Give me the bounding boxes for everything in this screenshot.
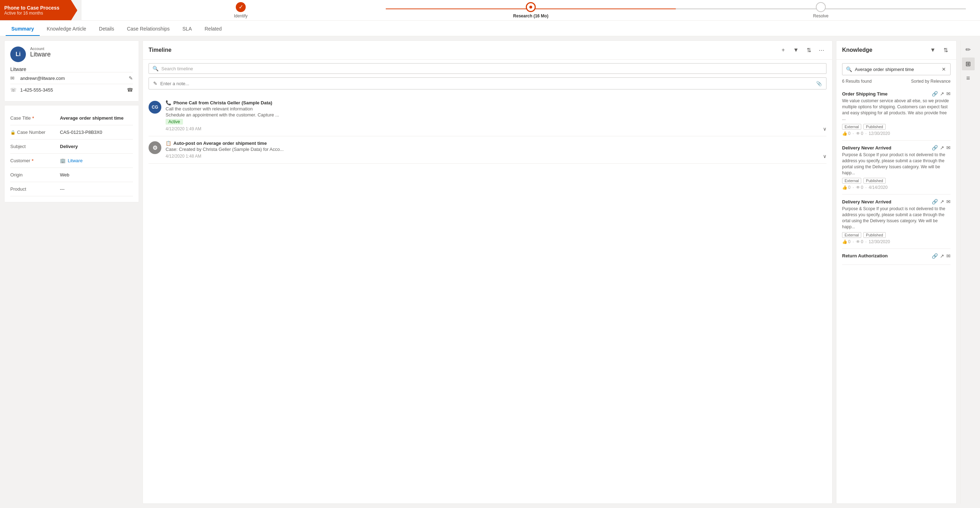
customer-link[interactable]: Litware — [68, 158, 83, 163]
status-badge: Active — [165, 119, 183, 125]
tab-case-relationships[interactable]: Case Relationships — [121, 22, 175, 36]
knowledge-tag: External — [842, 124, 861, 129]
knowledge-email-icon[interactable]: ✉ — [946, 253, 951, 259]
views-count: 👁 0 — [856, 131, 863, 136]
right-sidebar: ✏⊞≡ — [960, 40, 976, 504]
email-row: ✉ andrewr@litware.com ✎ — [10, 72, 133, 84]
knowledge-header: Knowledge ▼ ⇅ — [837, 41, 956, 60]
lock-icon: 🔒 — [10, 130, 16, 135]
knowledge-email-icon[interactable]: ✉ — [946, 199, 951, 204]
timeline-search-input[interactable] — [161, 66, 822, 71]
middle-panel: Timeline + ▼ ⇅ ⋯ 🔍 ✎ 📎 CG📞 Phone Call fr… — [143, 40, 832, 504]
knowledge-search-input[interactable] — [855, 67, 938, 72]
attach-icon[interactable]: 📎 — [816, 81, 822, 86]
knowledge-sort-button[interactable]: ⇅ — [941, 45, 951, 55]
knowledge-item-actions: 🔗 ↗ ✉ — [932, 145, 951, 150]
knowledge-item-desc: Purpose & Scope If your product is not d… — [842, 206, 951, 230]
timeline-item-date: 4/12/2020 1:48 AM∨ — [165, 153, 826, 159]
tab-details[interactable]: Details — [93, 22, 120, 36]
knowledge-tag: Published — [863, 232, 885, 238]
timeline-avatar: ⚙ — [149, 141, 161, 154]
knowledge-tag: Published — [863, 124, 885, 129]
field-label: 🔒Case Number — [10, 129, 60, 135]
knowledge-search-container: 🔍 ✕ — [842, 63, 951, 75]
timeline-item-expand[interactable]: ∨ — [823, 126, 826, 132]
eye-icon: 👁 — [856, 185, 860, 190]
knowledge-email-icon[interactable]: ✉ — [946, 145, 951, 150]
note-input[interactable] — [160, 81, 813, 86]
timeline-sort-button[interactable]: ⇅ — [804, 45, 814, 55]
field-label: Customer * — [10, 158, 60, 164]
sidebar-edit-icon[interactable]: ✏ — [962, 43, 975, 56]
step-label-research: Research (16 Mo) — [513, 13, 548, 18]
timeline-item-content: 📞 Phone Call from Christa Geller (Sample… — [165, 100, 826, 132]
knowledge-item-title[interactable]: Delivery Never Arrived — [842, 199, 891, 204]
thumbs-up-icon: 👍 — [842, 185, 847, 190]
left-panel: Li Account Litware Litware ✉ andrewr@lit… — [4, 40, 139, 504]
knowledge-item-header: Delivery Never Arrived 🔗 ↗ ✉ — [842, 145, 951, 150]
tab-summary[interactable]: Summary — [6, 22, 40, 36]
tab-sla[interactable]: SLA — [177, 22, 197, 36]
tab-knowledge-article[interactable]: Knowledge Article — [41, 22, 92, 36]
knowledge-share-icon[interactable]: ↗ — [940, 145, 944, 150]
knowledge-search-icon: 🔍 — [846, 66, 852, 72]
field-row: Case Title *Average order shipment time — [10, 111, 133, 125]
timeline-item-expand[interactable]: ∨ — [823, 153, 826, 159]
process-step-research[interactable]: Research (16 Mo) — [386, 2, 676, 18]
knowledge-item-desc: We value customer service above all else… — [842, 98, 951, 122]
knowledge-sorted-by: Sorted by Relevance — [911, 79, 951, 84]
knowledge-link-icon[interactable]: 🔗 — [932, 91, 938, 97]
knowledge-item-actions: 🔗 ↗ ✉ — [932, 199, 951, 204]
timeline-item-desc1: Call the customer with relevant informat… — [165, 106, 826, 112]
phone-row: ☏ 1-425-555-3455 ☎ — [10, 84, 133, 96]
field-value: Delivery — [60, 144, 133, 149]
thumbs-up-icon: 👍 — [842, 239, 847, 244]
knowledge-share-icon[interactable]: ↗ — [940, 199, 944, 204]
knowledge-item-footer: 👍 0 · 👁 0 · 4/14/2020 — [842, 185, 951, 190]
knowledge-link-icon[interactable]: 🔗 — [932, 253, 938, 259]
knowledge-share-icon[interactable]: ↗ — [940, 91, 944, 97]
account-secondary-name: Litware — [10, 66, 133, 72]
knowledge-search-clear-button[interactable]: ✕ — [941, 65, 947, 73]
knowledge-email-icon[interactable]: ✉ — [946, 91, 951, 97]
timeline-add-button[interactable]: + — [778, 45, 788, 55]
field-value: --- — [60, 186, 133, 192]
timeline-filter-button[interactable]: ▼ — [791, 45, 801, 55]
knowledge-filter-button[interactable]: ▼ — [928, 45, 938, 55]
field-value[interactable]: 🏢Litware — [60, 158, 133, 163]
knowledge-item-title[interactable]: Return Authorization — [842, 253, 888, 259]
process-step-resolve[interactable]: Resolve — [676, 2, 966, 18]
email-value: andrewr@litware.com — [20, 76, 126, 81]
process-header: Phone to Case Process Active for 16 mont… — [0, 0, 71, 20]
main-content: Li Account Litware Litware ✉ andrewr@lit… — [0, 36, 980, 508]
knowledge-item-header: Order Shipping Time 🔗 ↗ ✉ — [842, 91, 951, 97]
knowledge-item-title[interactable]: Delivery Never Arrived — [842, 145, 891, 150]
compose-icon[interactable]: ✎ — [129, 75, 133, 81]
sidebar-list-icon[interactable]: ≡ — [962, 72, 975, 85]
knowledge-item-title[interactable]: Order Shipping Time — [842, 91, 888, 97]
timeline-item: CG📞 Phone Call from Christa Geller (Samp… — [149, 96, 826, 136]
knowledge-item-tags: ExternalPublished — [842, 232, 951, 238]
tab-related[interactable]: Related — [199, 22, 227, 36]
call-icon[interactable]: ☎ — [127, 87, 133, 93]
process-title: Phone to Case Process — [4, 5, 67, 11]
field-value: Average order shipment time — [60, 115, 133, 121]
timeline-more-button[interactable]: ⋯ — [816, 45, 826, 55]
field-row: OriginWeb — [10, 168, 133, 182]
email-icon: ✉ — [10, 75, 18, 81]
sidebar-columns-icon[interactable]: ⊞ — [962, 58, 975, 70]
timeline-header: Timeline + ▼ ⇅ ⋯ — [143, 41, 832, 60]
note-edit-icon: ✎ — [153, 81, 158, 86]
timeline-item-desc1: Case: Created by Christa Geller (Sample … — [165, 147, 826, 152]
knowledge-link-icon[interactable]: 🔗 — [932, 145, 938, 150]
required-indicator: * — [32, 115, 34, 121]
knowledge-share-icon[interactable]: ↗ — [940, 253, 944, 259]
field-row: Customer *🏢Litware — [10, 154, 133, 168]
knowledge-link-icon[interactable]: 🔗 — [932, 199, 938, 204]
process-step-identify[interactable]: ✓Identify — [96, 2, 386, 18]
knowledge-tag: Published — [863, 178, 885, 184]
field-label: Product — [10, 186, 60, 192]
knowledge-items: Order Shipping Time 🔗 ↗ ✉ We value custo… — [837, 86, 956, 503]
process-steps: ✓IdentifyResearch (16 Mo)Resolve — [81, 2, 980, 18]
knowledge-results-count: 6 Results found — [842, 79, 872, 84]
